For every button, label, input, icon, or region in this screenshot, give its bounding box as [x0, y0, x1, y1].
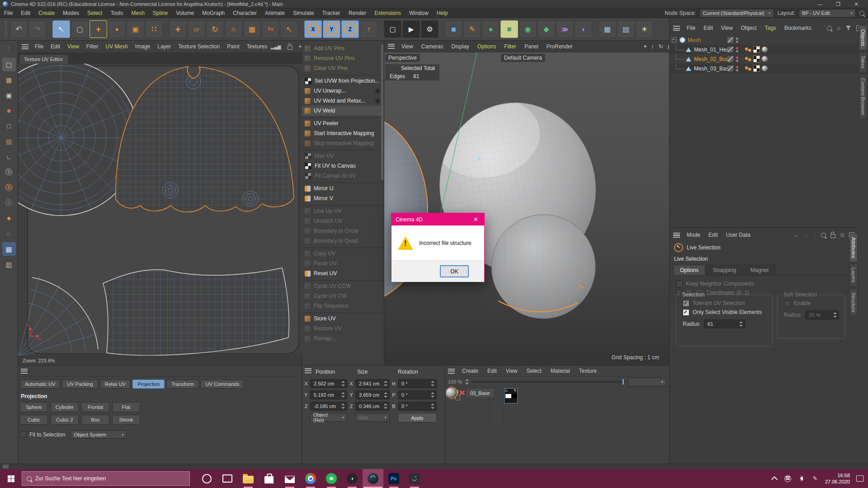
- menu-item[interactable]: Filter: [500, 43, 520, 50]
- uv-polygon-mode[interactable]: ▦: [2, 242, 16, 256]
- object-tree-row[interactable]: Mesh_02_Body: [670, 54, 859, 64]
- position-field[interactable]: 2.502 cm: [310, 379, 347, 388]
- target-icon[interactable]: ⊙: [840, 232, 844, 238]
- uv-command-item[interactable]: UV Weld and Relax...: [302, 96, 384, 106]
- menu-item[interactable]: Texture Selection: [175, 43, 223, 50]
- lock-icon[interactable]: [288, 46, 292, 50]
- selection-cube-tool[interactable]: ▢: [71, 20, 89, 38]
- uv-command-item[interactable]: Reset UV: [302, 268, 384, 278]
- stepper-icon[interactable]: [430, 380, 434, 387]
- model-mode[interactable]: ▢: [2, 58, 16, 71]
- app-icon-dark[interactable]: [342, 469, 363, 488]
- menu-item[interactable]: Render: [344, 10, 370, 16]
- subdivision-surface[interactable]: ■: [500, 20, 518, 38]
- menu-item[interactable]: Filter: [83, 43, 102, 50]
- menu-item[interactable]: Texture: [575, 368, 601, 374]
- microsoft-store-icon[interactable]: [259, 469, 279, 488]
- menu-item[interactable]: File: [0, 10, 17, 16]
- uv-command-item[interactable]: Remove UV Pins: [302, 53, 384, 63]
- zoom-slider[interactable]: [472, 381, 626, 383]
- menu-item[interactable]: Options: [473, 43, 500, 50]
- uv-command-item[interactable]: Set UVW from Projection...: [302, 75, 384, 86]
- menu-item[interactable]: Select: [522, 368, 546, 374]
- apply-button[interactable]: Apply: [398, 413, 437, 422]
- scrollbar[interactable]: [381, 44, 383, 180]
- lock-icon[interactable]: [830, 234, 835, 238]
- menu-item[interactable]: Tools: [106, 10, 127, 16]
- menu-item[interactable]: Create: [34, 10, 59, 16]
- menu-item[interactable]: Bookmarks: [780, 25, 816, 31]
- filter-icon[interactable]: [846, 26, 851, 30]
- checkbox[interactable]: [784, 300, 791, 307]
- hamburger-icon[interactable]: [673, 26, 680, 31]
- taskbar-search[interactable]: Zur Suche Text hier eingeben: [22, 471, 190, 486]
- size-field[interactable]: 2.641 cm: [355, 379, 390, 388]
- menu-item[interactable]: Select: [83, 10, 106, 16]
- uv-command-item[interactable]: UV Weld: [302, 106, 384, 116]
- render-view[interactable]: ▢: [384, 20, 401, 38]
- stepper-icon[interactable]: [341, 380, 345, 387]
- sds-point-mode[interactable]: ⓢ: [2, 196, 16, 210]
- uv-command-item[interactable]: Start Interactive Mapping: [302, 128, 384, 138]
- hamburger-icon[interactable]: [21, 369, 28, 374]
- dock-handle[interactable]: ⋮: [2, 42, 16, 56]
- viewport-toggle-icon[interactable]: ▣: [668, 43, 669, 50]
- discord-icon[interactable]: [404, 469, 425, 488]
- stepper-icon[interactable]: [739, 321, 743, 327]
- uvw-tag-icon[interactable]: [753, 56, 760, 62]
- menu-item[interactable]: Edit: [704, 232, 722, 238]
- menu-item[interactable]: Volume: [172, 10, 198, 16]
- uv-command-item[interactable]: Max UV: [302, 150, 384, 161]
- menu-item[interactable]: Image: [132, 43, 154, 50]
- projection-button[interactable]: Sphere: [20, 402, 48, 412]
- object-name[interactable]: Mesh_03_Base: [694, 66, 731, 72]
- attribute-tab[interactable]: Magnet: [744, 265, 775, 275]
- uv-command-item[interactable]: Paste UV: [302, 258, 384, 268]
- redo-icon[interactable]: ↷: [28, 20, 46, 38]
- projection-button[interactable]: Flat: [112, 402, 140, 412]
- uvw-tag-icon[interactable]: [753, 46, 760, 53]
- material-name[interactable]: 03_Base: [467, 389, 493, 397]
- close-button[interactable]: ✕: [847, 0, 865, 8]
- material-row[interactable]: ✕ 03_Base: [445, 387, 493, 399]
- add-deformer-cage[interactable]: ◉: [519, 20, 537, 38]
- add-light[interactable]: ☀: [636, 20, 653, 38]
- object-tree-row[interactable]: Mesh: [670, 35, 859, 45]
- radius-field[interactable]: 61: [704, 319, 745, 328]
- cinema4d-icon[interactable]: [363, 469, 383, 488]
- add-primitive-cube[interactable]: ■: [445, 20, 462, 38]
- scale-settings-tool[interactable]: ▣: [127, 20, 144, 38]
- uv-command-item[interactable]: Stop Interactive Mapping: [302, 138, 384, 148]
- projection-button[interactable]: Frontal: [81, 402, 109, 412]
- menu-item[interactable]: Edit: [47, 43, 64, 50]
- add-modifier[interactable]: ◗: [575, 20, 592, 38]
- delete-x-icon[interactable]: ✕: [457, 389, 467, 397]
- menu-item[interactable]: UV Mesh: [102, 43, 132, 50]
- menu-item[interactable]: Object: [737, 25, 761, 31]
- menu-item[interactable]: User Data: [722, 232, 755, 238]
- move-tool[interactable]: +: [169, 20, 187, 38]
- hamburger-icon[interactable]: [22, 44, 28, 49]
- back-icon[interactable]: ←: [794, 232, 799, 238]
- menu-item[interactable]: View: [501, 368, 522, 374]
- pan-icon[interactable]: +: [299, 43, 302, 50]
- editor-visibility-toggle[interactable]: [727, 47, 733, 52]
- maximize-button[interactable]: ❐: [829, 0, 847, 8]
- texture-mode[interactable]: ▩: [2, 73, 16, 87]
- viewport-pan-icon[interactable]: +: [644, 43, 647, 50]
- gear-icon[interactable]: [375, 98, 380, 104]
- object-name[interactable]: Mesh_02_Body: [694, 56, 731, 62]
- menu-item[interactable]: Tracker: [318, 10, 344, 16]
- z-axis-lock[interactable]: Z: [341, 20, 359, 38]
- menu-item[interactable]: Edit: [483, 368, 501, 374]
- minimize-button[interactable]: —: [811, 0, 829, 8]
- perspective-viewport[interactable]: ViewCamerasDisplayOptionsFilterPanelProR…: [384, 41, 669, 365]
- search-icon[interactable]: [859, 11, 864, 16]
- cursor-tool[interactable]: ↖: [280, 20, 298, 38]
- phong-tag-icon[interactable]: [745, 57, 751, 61]
- material-tag-icon[interactable]: [762, 47, 768, 52]
- phong-tag-icon[interactable]: [745, 47, 751, 52]
- attribute-tab[interactable]: Options: [673, 265, 705, 275]
- size-mode-dropdown[interactable]: Size: [355, 413, 390, 422]
- uvw-tag-icon[interactable]: [753, 65, 760, 72]
